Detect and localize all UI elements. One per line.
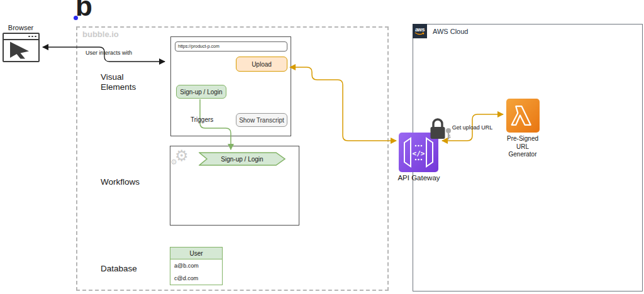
aws-smile-icon [414, 32, 425, 36]
database-table: User a@b.com c@d.com [170, 247, 223, 285]
bubble-io-label: bubble.io [82, 30, 119, 39]
section-label-workflows: Workflows [101, 177, 140, 187]
table-row: c@d.com [170, 272, 222, 285]
table-row: a@b.com [170, 259, 222, 272]
browser-window-icon [3, 33, 40, 62]
upload-button[interactable]: Upload [236, 57, 287, 72]
bubble-logo-letter: b [75, 0, 92, 21]
aws-logo-text: aws [415, 27, 425, 32]
aws-cloud-title: AWS Cloud [433, 28, 468, 35]
aws-logo-icon: aws [413, 24, 427, 38]
url-bar[interactable]: https://product-p.com [175, 41, 287, 52]
lambda-icon [506, 99, 540, 133]
section-label-visual-elements: Visual Elements [101, 72, 145, 92]
signup-login-button[interactable]: Sign-up / Login [176, 85, 226, 99]
lock-icon [429, 117, 453, 142]
svg-text:</>: </> [413, 150, 425, 158]
get-upload-url-label: Get upload URL [452, 124, 493, 131]
user-interacts-label: User interacts with [86, 50, 132, 56]
bubble-logo-dot-icon [74, 16, 78, 20]
browser-label: Browser [1, 24, 40, 31]
api-gateway-label: API Gateway [387, 174, 450, 182]
show-transcript-button[interactable]: Show Transcript [236, 113, 287, 127]
titlebar-dot [35, 36, 36, 38]
database-table-header: User [170, 248, 222, 259]
pre-signed-url-generator-label: Pre-Signed URL Generator [502, 135, 543, 159]
section-label-database: Database [101, 264, 137, 274]
titlebar-dot [28, 36, 30, 38]
workflow-step-signup-login: Sign-up / Login [199, 152, 286, 166]
browser-titlebar [4, 34, 38, 40]
cursor-icon [4, 41, 38, 60]
bubble-logo-icon: b [75, 0, 92, 20]
titlebar-dot [31, 36, 33, 38]
workflow-gear-small-icon: ⚙ [170, 158, 177, 166]
triggers-label: Triggers [191, 116, 213, 123]
